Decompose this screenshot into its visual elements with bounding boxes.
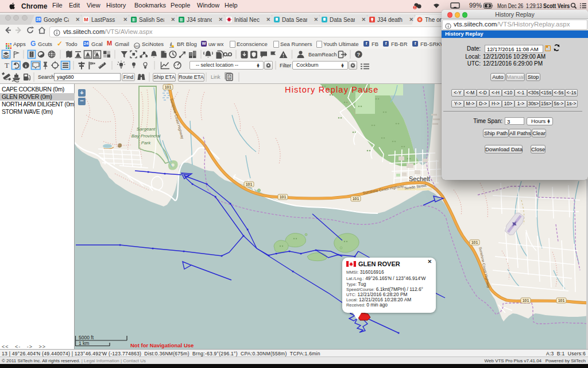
svg-text:101: 101 xyxy=(353,197,359,201)
svg-text:Sargeant: Sargeant xyxy=(137,126,156,132)
svg-text:Park: Park xyxy=(141,140,151,145)
svg-text:101: 101 xyxy=(523,298,529,302)
svg-text:1: 1 xyxy=(228,75,231,80)
svg-text:sci: sci xyxy=(135,44,139,47)
svg-text:1 km: 1 km xyxy=(79,340,89,346)
svg-text:101: 101 xyxy=(165,85,172,89)
svg-text:1: 1 xyxy=(414,5,416,9)
svg-text:101: 101 xyxy=(280,195,287,199)
svg-text:T: T xyxy=(5,61,9,70)
svg-text:Sechelt: Sechelt xyxy=(409,175,430,182)
svg-text:?: ? xyxy=(357,51,360,57)
svg-text:5000 ft: 5000 ft xyxy=(79,335,94,340)
svg-text:101: 101 xyxy=(246,182,253,186)
svg-text:101: 101 xyxy=(558,298,565,302)
svg-text:101: 101 xyxy=(471,240,478,244)
svg-text:Bay Provincial: Bay Provincial xyxy=(131,133,161,139)
